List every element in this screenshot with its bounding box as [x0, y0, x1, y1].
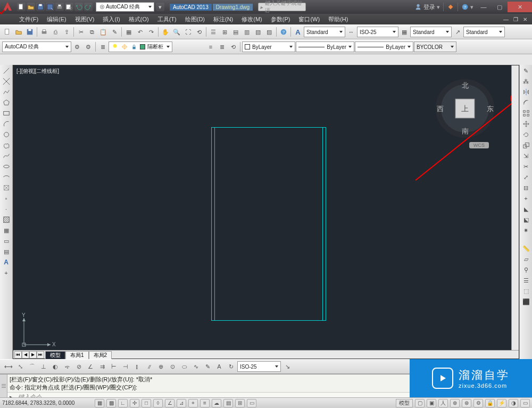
- otrack-icon[interactable]: ∠: [165, 399, 174, 407]
- zoomprev-icon[interactable]: ⟲: [194, 27, 204, 37]
- undo-icon[interactable]: ↶: [135, 27, 145, 37]
- layer-dropdown[interactable]: 隔断柜: [109, 41, 172, 52]
- dyn-icon[interactable]: +: [188, 399, 198, 407]
- tpy-icon[interactable]: ☁: [212, 399, 221, 407]
- scale-icon[interactable]: [521, 140, 531, 150]
- new-icon[interactable]: [2, 27, 13, 37]
- qat-preview-icon[interactable]: [65, 3, 73, 11]
- fillet-icon[interactable]: ⬕: [521, 215, 531, 224]
- dimbreak-icon[interactable]: ⫽: [144, 361, 154, 372]
- viewcube-n[interactable]: 北: [462, 81, 469, 89]
- spline-icon[interactable]: [2, 151, 11, 161]
- hardware-accel-icon[interactable]: ⚡: [497, 399, 506, 407]
- tab-prev-icon[interactable]: ◀: [22, 351, 29, 359]
- circle-icon[interactable]: [2, 130, 11, 139]
- ucs-icon[interactable]: X Y: [19, 313, 56, 350]
- open-icon[interactable]: [13, 27, 24, 37]
- qdim-icon[interactable]: ⇉: [97, 361, 107, 372]
- group-icon[interactable]: ⬚: [521, 286, 531, 296]
- lineweight-dropdown[interactable]: ByLayer: [355, 41, 413, 52]
- infocenter-search[interactable]: ▸键入关键字或短语: [258, 3, 306, 11]
- paste-icon[interactable]: 📋: [98, 27, 109, 37]
- drawing-canvas[interactable]: [-][俯视][二维线框] X Y 北 南 东 西 上 WCS: [13, 65, 519, 359]
- xline-icon[interactable]: [2, 77, 11, 86]
- lwt-icon[interactable]: ≡: [200, 399, 210, 407]
- workspace2-dropdown[interactable]: AutoCAD 经典: [2, 41, 71, 52]
- orthomode-icon[interactable]: ∟: [118, 399, 128, 407]
- gridmode-icon[interactable]: ▩: [106, 399, 116, 407]
- line-icon[interactable]: [2, 66, 11, 76]
- dimrad-icon[interactable]: ◐: [50, 361, 61, 372]
- menu-dimension[interactable]: 标注(N): [209, 14, 237, 24]
- join-icon[interactable]: +: [521, 194, 531, 203]
- dimstyle-icon[interactable]: ↔: [346, 27, 356, 37]
- plotstyle-dropdown[interactable]: BYCOLOR: [414, 41, 456, 52]
- addselected-icon[interactable]: +: [2, 268, 11, 278]
- hatch-icon[interactable]: [2, 215, 11, 224]
- explode-icon[interactable]: ✷: [521, 226, 531, 235]
- menu-tools[interactable]: 工具(T): [153, 14, 181, 24]
- array-icon[interactable]: [521, 109, 531, 118]
- trim-icon[interactable]: ✂: [521, 162, 531, 171]
- help-toolbar-icon[interactable]: ?: [278, 27, 289, 37]
- area-icon[interactable]: ▱: [521, 254, 531, 264]
- vertical-scrollbar[interactable]: [511, 65, 519, 350]
- annoscale-icon[interactable]: 人: [438, 399, 448, 407]
- qat-print-icon[interactable]: [55, 3, 64, 11]
- workspace-save-icon[interactable]: ⚙: [83, 41, 94, 52]
- qat-open-icon[interactable]: [27, 3, 35, 11]
- mdi-close-button[interactable]: ✕: [520, 15, 530, 23]
- zoom-icon[interactable]: 🔍: [171, 27, 182, 37]
- qat-more-icon[interactable]: ▾: [156, 3, 164, 11]
- dimcont-icon[interactable]: ⊣: [120, 361, 131, 372]
- makeblock-icon[interactable]: ▫: [2, 194, 11, 203]
- ellipsearc-icon[interactable]: [2, 172, 11, 182]
- exchange-icon[interactable]: [447, 3, 454, 11]
- erase-icon[interactable]: ✎: [521, 66, 531, 76]
- menu-draw[interactable]: 绘图(D): [181, 14, 209, 24]
- qat-save-icon[interactable]: [36, 3, 45, 11]
- offset-icon[interactable]: [521, 98, 531, 107]
- menu-file[interactable]: 文件(F): [15, 14, 43, 24]
- qat-redo-icon[interactable]: [84, 3, 93, 11]
- linetype-dropdown[interactable]: ByLayer: [296, 41, 354, 52]
- textstyle-dropdown[interactable]: Standard: [304, 27, 345, 37]
- menu-edit[interactable]: 编辑(E): [43, 14, 71, 24]
- print-icon[interactable]: [39, 27, 49, 37]
- qat-saveas-icon[interactable]: [46, 3, 54, 11]
- annovis-icon[interactable]: ⊕: [450, 399, 460, 407]
- match-icon[interactable]: ✎: [109, 27, 120, 37]
- preview-icon[interactable]: ⎙: [50, 27, 61, 37]
- workspace-settings-icon[interactable]: ⚙: [72, 41, 82, 52]
- block-icon[interactable]: ▦: [123, 27, 134, 37]
- mdi-minimize-button[interactable]: —: [501, 15, 511, 23]
- save-icon[interactable]: [24, 27, 35, 37]
- menu-format[interactable]: 格式(O): [124, 14, 153, 24]
- ellipse-icon[interactable]: [2, 162, 11, 171]
- menu-window[interactable]: 窗口(W): [294, 14, 324, 24]
- dimarc-icon[interactable]: ⌒: [27, 361, 37, 372]
- mirror-icon[interactable]: [521, 87, 531, 97]
- cleanscreen-icon[interactable]: ▭: [520, 399, 530, 407]
- layerstate-icon[interactable]: ≡: [205, 41, 216, 52]
- dimord-icon[interactable]: ⊥: [38, 361, 49, 372]
- dimupdate-icon[interactable]: ↻: [226, 361, 236, 372]
- textstyle-icon[interactable]: A: [293, 27, 303, 37]
- insert-icon[interactable]: [2, 183, 11, 193]
- sc-icon[interactable]: ⊞: [235, 399, 245, 407]
- menu-modify[interactable]: 修改(M): [237, 14, 267, 24]
- dimjogline-icon[interactable]: ∿: [190, 361, 201, 372]
- move-icon[interactable]: [521, 119, 531, 129]
- tablestyle-dropdown[interactable]: Standard: [410, 27, 452, 37]
- mleaderstyle-dropdown[interactable]: Standard: [463, 27, 505, 37]
- quickview-layouts-icon[interactable]: ▢: [415, 399, 425, 407]
- designcenter-icon[interactable]: ⊞: [219, 27, 230, 37]
- tab-layout2[interactable]: 布局2: [89, 351, 112, 359]
- modelspace-toggle[interactable]: 模型: [396, 399, 413, 407]
- close-button[interactable]: ✕: [508, 2, 532, 12]
- viewcube-wcs[interactable]: WCS: [469, 142, 489, 148]
- centermark-icon[interactable]: ⊙: [167, 361, 178, 372]
- layerprev-icon[interactable]: ⟲: [228, 41, 238, 52]
- tab-next-icon[interactable]: ▶: [29, 351, 37, 359]
- menu-help[interactable]: 帮助(H): [324, 14, 352, 24]
